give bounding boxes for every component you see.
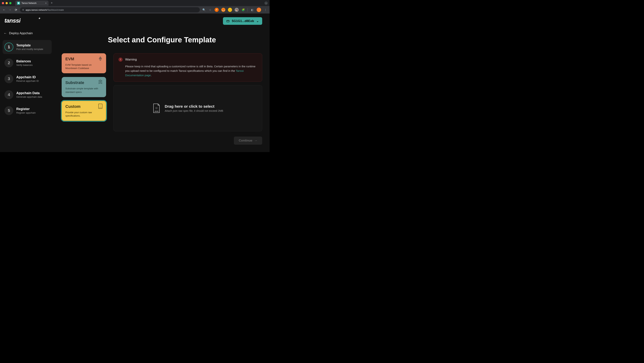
arrow-left-icon: ←	[4, 31, 7, 35]
substrate-icon	[98, 79, 103, 85]
extensions-icon[interactable]: 🧩	[241, 8, 245, 12]
svg-text:{;}: {;}	[100, 105, 101, 106]
template-title: EVM	[65, 57, 102, 61]
account-address: 5G1G1...d8Eeb	[232, 19, 254, 23]
logo-text: tanssi	[4, 17, 20, 24]
logo[interactable]: tanssi ✦	[2, 17, 52, 29]
warning-text-after: .	[151, 74, 152, 77]
dropzone-title: Drag here or click to select	[165, 104, 223, 109]
tab-title: Tanssi Network	[22, 2, 44, 4]
account-selector[interactable]: 5G1G1...d8Eeb ⌄	[223, 17, 262, 25]
step-number: 5	[4, 106, 13, 115]
reload-button[interactable]: ⟳	[14, 8, 18, 12]
page-title: Select and Configure Template	[62, 36, 262, 44]
menu-icon[interactable]: ⋮	[264, 8, 268, 12]
step-register[interactable]: 5 Register Register appchain	[2, 104, 52, 118]
site-info-icon[interactable]: ⚙	[22, 9, 24, 11]
json-file-icon: {;}JSON	[98, 103, 103, 109]
app-root: tanssi ✦ ← Deploy Appchain 1 Template Pi…	[0, 13, 270, 152]
step-title: Appchain ID	[16, 75, 39, 79]
step-title: Appchain Data	[16, 91, 42, 95]
step-number: 2	[4, 58, 13, 67]
window-controls	[2, 2, 12, 4]
template-list: EVM EVM Template based on Moonbeam Codeb…	[62, 53, 106, 131]
step-template[interactable]: 1 Template Pick and modify template	[2, 40, 52, 54]
template-card-evm[interactable]: EVM EVM Template based on Moonbeam Codeb…	[62, 53, 106, 73]
step-appchain-data[interactable]: 4 Appchain Data Generate appchain data	[2, 88, 52, 102]
maximize-window[interactable]	[9, 2, 12, 4]
step-title: Balances	[16, 59, 32, 63]
bookmark-icon[interactable]: ☆	[208, 8, 212, 12]
dropzone-subtitle: Attach json raw spec file, it should not…	[165, 109, 223, 112]
extension-icon-3[interactable]: 😊	[228, 8, 232, 12]
file-dropzone[interactable]: {;} JSON Drag here or click to select At…	[114, 85, 262, 131]
svg-rect-0	[227, 20, 229, 22]
sidebar: tanssi ✦ ← Deploy Appchain 1 Template Pi…	[0, 13, 54, 152]
forward-button[interactable]: →	[8, 8, 12, 11]
warning-text: Please keep in mind that uploading a cus…	[118, 64, 257, 77]
divider	[248, 8, 248, 11]
step-balances[interactable]: 2 Balances Verify balances	[2, 56, 52, 70]
template-desc: Provide your custom raw specifications.	[65, 111, 102, 117]
zoom-icon[interactable]: 🔍	[202, 8, 206, 12]
ethereum-icon	[98, 56, 103, 61]
template-desc: EVM Template based on Moonbeam Codebase	[65, 63, 102, 70]
continue-button[interactable]: Continue →	[234, 137, 262, 145]
browser-toolbar: ← → ⟳ ⚙ apps.tanssi.network/flashbox/cre…	[0, 6, 270, 13]
new-tab-button[interactable]: +	[51, 1, 53, 5]
sidepanel-icon[interactable]: ◧	[250, 8, 254, 12]
back-link[interactable]: ← Deploy Appchain	[2, 29, 52, 40]
back-button[interactable]: ←	[2, 8, 6, 11]
minimize-window[interactable]	[6, 2, 8, 4]
step-number: 1	[4, 42, 13, 51]
extension-icon-1[interactable]: P	[214, 8, 219, 12]
browser-tab[interactable]: ⬢ Tanssi Network ×	[15, 0, 48, 6]
step-subtitle: Reserve appchain ID	[16, 79, 39, 82]
step-subtitle: Generate appchain data	[16, 95, 42, 98]
main-content: 5G1G1...d8Eeb ⌄ Select and Configure Tem…	[54, 13, 270, 152]
extension-icon-2[interactable]: 🦊	[221, 8, 225, 12]
step-subtitle: Verify balances	[16, 64, 32, 66]
sparkle-icon: ✦	[38, 17, 40, 20]
url-path: /flashbox/create	[47, 8, 64, 11]
tab-favicon-icon: ⬢	[17, 2, 20, 5]
template-desc: Substrate simple template with standard …	[65, 87, 102, 94]
svg-text:{;}: {;}	[156, 107, 158, 109]
template-card-substrate[interactable]: Substrate Substrate simple template with…	[62, 77, 106, 97]
step-subtitle: Register appchain	[16, 111, 36, 114]
template-card-custom[interactable]: {;}JSON Custom Provide your custom raw s…	[62, 101, 106, 121]
chevron-down-icon: ⌄	[256, 19, 259, 23]
svg-text:JSON: JSON	[99, 107, 102, 108]
continue-label: Continue	[239, 139, 252, 142]
json-upload-icon: {;} JSON	[152, 103, 160, 113]
svg-text:JSON: JSON	[154, 110, 158, 112]
warning-title: Warning	[125, 58, 137, 61]
step-title: Register	[16, 107, 36, 111]
step-number: 4	[4, 90, 13, 99]
wallet-icon	[226, 19, 230, 23]
url-domain: apps.tanssi.network	[26, 8, 47, 11]
back-label: Deploy Appchain	[9, 31, 33, 35]
warning-icon: !	[118, 57, 122, 62]
step-title: Template	[16, 43, 43, 47]
close-tab-icon[interactable]: ×	[45, 2, 47, 5]
step-subtitle: Pick and modify template	[16, 48, 43, 50]
step-appchain-id[interactable]: 3 Appchain ID Reserve appchain ID	[2, 72, 52, 86]
warning-panel: ! Warning Please keep in mind that uploa…	[114, 53, 262, 82]
arrow-right-icon: →	[254, 139, 258, 142]
extension-icon-4[interactable]: 🦔	[234, 8, 239, 12]
step-number: 3	[4, 74, 13, 83]
template-title: Custom	[65, 104, 102, 109]
close-window[interactable]	[2, 2, 4, 4]
profile-avatar[interactable]	[257, 7, 261, 12]
tabs-dropdown-icon[interactable]: ⌄	[264, 1, 268, 5]
template-title: Substrate	[65, 80, 102, 85]
browser-tab-bar: ⬢ Tanssi Network × + ⌄	[0, 0, 270, 6]
address-bar[interactable]: ⚙ apps.tanssi.network/flashbox/create	[20, 7, 200, 12]
